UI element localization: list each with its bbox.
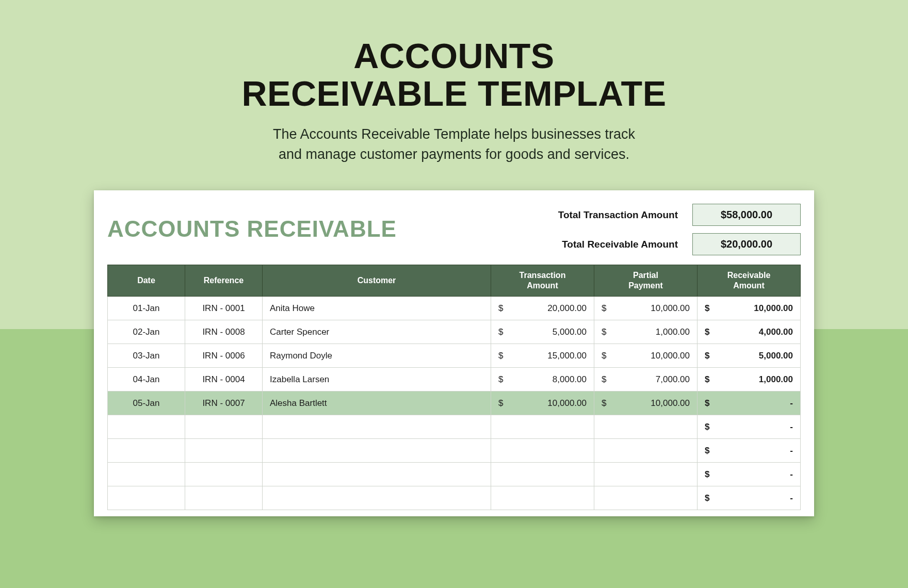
table-header-row: Date Reference Customer Transaction Amou…: [108, 265, 801, 297]
cell-date: 02-Jan: [108, 320, 185, 344]
table-row: 04-JanIRN - 0004Izabella Larsen$8,000.00…: [108, 368, 801, 391]
sheet-title: ACCOUNTS RECEIVABLE: [107, 204, 546, 242]
table-row: 02-JanIRN - 0008Carter Spencer$5,000.00$…: [108, 320, 801, 344]
page-subhead: The Accounts Receivable Template helps b…: [273, 124, 635, 165]
table-row: 05-JanIRN - 0007Alesha Bartlett$10,000.0…: [108, 391, 801, 415]
accounts-receivable-table: Date Reference Customer Transaction Amou…: [107, 265, 801, 510]
cell-pp: $10,000.00: [594, 344, 698, 368]
cell-rv: $10,000.00: [698, 297, 801, 320]
table-row: $-: [108, 486, 801, 510]
cell-tx: $10,000.00: [491, 391, 594, 415]
cell-ref: IRN - 0001: [185, 297, 263, 320]
table-row: $-: [108, 463, 801, 486]
cell-cust: Raymond Doyle: [263, 344, 491, 368]
col-receivable: Receivable Amount: [698, 265, 801, 297]
cell-tx: [491, 439, 594, 463]
cell-rv: $5,000.00: [698, 344, 801, 368]
cell-date: 01-Jan: [108, 297, 185, 320]
table-row: 01-JanIRN - 0001Anita Howe$20,000.00$10,…: [108, 297, 801, 320]
cell-ref: IRN - 0007: [185, 391, 263, 415]
cell-rv: $1,000.00: [698, 368, 801, 391]
cell-cust: [263, 463, 491, 486]
cell-pp: $10,000.00: [594, 391, 698, 415]
total-transaction-value: $58,000.00: [692, 204, 801, 226]
cell-date: 03-Jan: [108, 344, 185, 368]
col-customer: Customer: [263, 265, 491, 297]
cell-pp: [594, 415, 698, 439]
cell-tx: $20,000.00: [491, 297, 594, 320]
total-transaction-label: Total Transaction Amount: [558, 209, 678, 221]
spreadsheet-card: ACCOUNTS RECEIVABLE Total Transaction Am…: [94, 190, 814, 516]
cell-cust: [263, 439, 491, 463]
sheet-header: ACCOUNTS RECEIVABLE Total Transaction Am…: [107, 204, 801, 255]
cell-date: [108, 486, 185, 510]
cell-date: 05-Jan: [108, 391, 185, 415]
cell-rv: $-: [698, 486, 801, 510]
cell-date: 04-Jan: [108, 368, 185, 391]
table-row: 03-JanIRN - 0006Raymond Doyle$15,000.00$…: [108, 344, 801, 368]
cell-ref: IRN - 0008: [185, 320, 263, 344]
total-receivable-value: $20,000.00: [692, 233, 801, 255]
cell-cust: Anita Howe: [263, 297, 491, 320]
total-receivable-label: Total Receivable Amount: [558, 239, 678, 250]
totals-block: Total Transaction Amount $58,000.00 Tota…: [558, 204, 801, 255]
cell-tx: $15,000.00: [491, 344, 594, 368]
cell-pp: [594, 463, 698, 486]
cell-pp: [594, 439, 698, 463]
table-row: $-: [108, 439, 801, 463]
col-date: Date: [108, 265, 185, 297]
cell-tx: $8,000.00: [491, 368, 594, 391]
cell-tx: [491, 415, 594, 439]
cell-tx: [491, 463, 594, 486]
table-row: $-: [108, 415, 801, 439]
cell-rv: $-: [698, 463, 801, 486]
cell-ref: IRN - 0006: [185, 344, 263, 368]
cell-pp: $10,000.00: [594, 297, 698, 320]
page-headline: ACCOUNTS RECEIVABLE TEMPLATE: [241, 37, 666, 113]
cell-cust: [263, 415, 491, 439]
cell-ref: [185, 486, 263, 510]
cell-rv: $4,000.00: [698, 320, 801, 344]
cell-cust: Carter Spencer: [263, 320, 491, 344]
cell-tx: [491, 486, 594, 510]
cell-ref: IRN - 0004: [185, 368, 263, 391]
template-preview: ACCOUNTS RECEIVABLE TEMPLATE The Account…: [0, 0, 908, 588]
cell-cust: Alesha Bartlett: [263, 391, 491, 415]
cell-date: [108, 439, 185, 463]
col-transaction: Transaction Amount: [491, 265, 594, 297]
cell-pp: $7,000.00: [594, 368, 698, 391]
cell-ref: [185, 415, 263, 439]
cell-date: [108, 463, 185, 486]
cell-rv: $-: [698, 415, 801, 439]
cell-ref: [185, 463, 263, 486]
cell-pp: $1,000.00: [594, 320, 698, 344]
cell-ref: [185, 439, 263, 463]
cell-date: [108, 415, 185, 439]
cell-cust: [263, 486, 491, 510]
cell-rv: $-: [698, 439, 801, 463]
cell-cust: Izabella Larsen: [263, 368, 491, 391]
cell-rv: $-: [698, 391, 801, 415]
col-reference: Reference: [185, 265, 263, 297]
cell-tx: $5,000.00: [491, 320, 594, 344]
cell-pp: [594, 486, 698, 510]
col-partial: Partial Payment: [594, 265, 698, 297]
